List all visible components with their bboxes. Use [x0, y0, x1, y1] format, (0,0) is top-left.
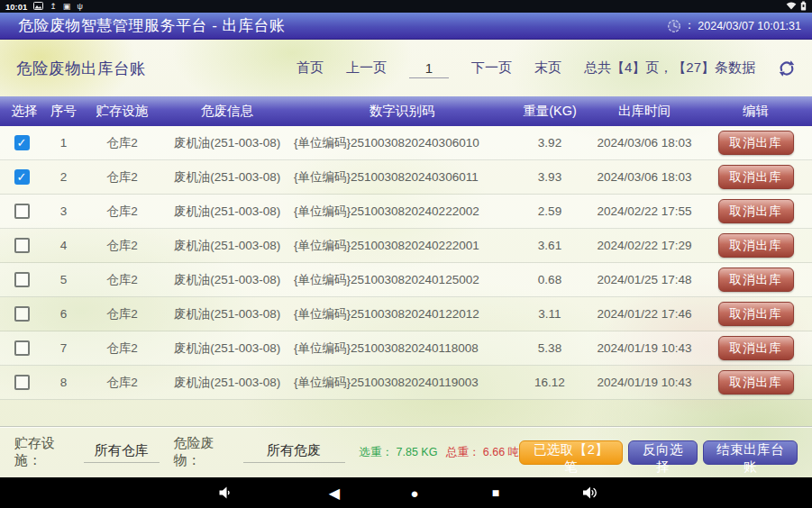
cell-facility: 仓库2 — [84, 375, 160, 391]
cell-weight: 3.93 — [510, 170, 589, 184]
table-row: 5 仓库2 废机油(251-003-08) {单位编码}251003082024… — [0, 263, 812, 297]
cell-seq: 2 — [43, 170, 84, 184]
cell-weight: 2.59 — [510, 204, 589, 218]
title-bar: 危险废物智慧管理服务平台 - 出库台账 ： 2024/03/07 10:01:3… — [0, 13, 812, 40]
row-checkbox[interactable] — [14, 204, 30, 219]
spacer — [0, 400, 812, 426]
cell-facility: 仓库2 — [84, 169, 160, 186]
first-page-link[interactable]: 首页 — [297, 59, 324, 77]
invert-selection-button[interactable]: 反向选择 — [628, 440, 698, 465]
wifi-icon — [786, 1, 797, 12]
cell-outbound-time: 2024/03/06 18:03 — [589, 136, 699, 150]
row-checkbox[interactable] — [14, 238, 30, 253]
cell-seq: 6 — [43, 307, 84, 321]
header-outbound-time: 出库时间 — [589, 103, 699, 120]
cancel-outbound-button[interactable]: 取消出库 — [718, 131, 794, 155]
header-facility: 贮存设施 — [84, 103, 160, 120]
prev-page-link[interactable]: 上一页 — [346, 59, 387, 77]
cell-digital-code: {单位编码}2510030820240306010 — [294, 135, 510, 151]
page-title: 危险废物出库台账 — [16, 58, 146, 79]
cancel-outbound-button[interactable]: 取消出库 — [718, 302, 794, 326]
row-checkbox[interactable] — [14, 135, 30, 150]
table-row: 6 仓库2 废机油(251-003-08) {单位编码}251003082024… — [0, 297, 812, 331]
cell-weight: 3.92 — [510, 136, 589, 150]
cancel-outbound-button[interactable]: 取消出库 — [718, 336, 794, 360]
row-checkbox[interactable] — [14, 169, 30, 185]
cell-facility: 仓库2 — [84, 272, 160, 288]
app-screen: 10:01 ↥ ▣ ψ 危险废物智慧管理服务平台 - 出库台账 ： 2024/0… — [0, 0, 812, 508]
selected-count-button[interactable]: 已选取【2】笔 — [519, 440, 623, 465]
header-waste-info: 危废信息 — [160, 103, 294, 120]
finish-outbound-ledger-button[interactable]: 结束出库台账 — [703, 440, 798, 465]
table-row: 4 仓库2 废机油(251-003-08) {单位编码}251003082024… — [0, 229, 812, 263]
cell-outbound-time: 2024/02/22 17:55 — [589, 204, 699, 218]
page-number-input[interactable] — [409, 59, 449, 78]
cell-seq: 8 — [43, 376, 84, 389]
back-icon[interactable]: ◀ — [329, 485, 340, 502]
total-weight-label: 总重： — [446, 446, 480, 458]
cell-waste-info: 废机油(251-003-08) — [160, 204, 294, 220]
cell-digital-code: {单位编码}2510030820240222002 — [294, 204, 510, 220]
cancel-outbound-button[interactable]: 取消出库 — [718, 233, 794, 258]
row-checkbox[interactable] — [14, 272, 30, 287]
header-digital-code: 数字识别码 — [294, 103, 510, 120]
cell-digital-code: {单位编码}2510030820240306011 — [294, 169, 510, 186]
cancel-outbound-button[interactable]: 取消出库 — [718, 268, 794, 292]
cell-weight: 3.11 — [510, 307, 589, 321]
cell-waste-info: 废机油(251-003-08) — [160, 375, 294, 391]
cell-seq: 3 — [43, 204, 84, 218]
pagination: 首页 上一页 下一页 末页 总共【4】页，【27】条数据 — [297, 59, 796, 78]
battery-icon — [800, 1, 807, 13]
cell-outbound-time: 2024/01/19 10:43 — [589, 376, 699, 389]
cell-facility: 仓库2 — [84, 238, 160, 254]
waste-filter-select[interactable]: 所有危废 — [243, 441, 345, 463]
toolbar: 危险废物出库台账 首页 上一页 下一页 末页 总共【4】页，【27】条数据 — [0, 40, 812, 96]
weight-summary: 选重： 7.85 KG 总重： 6.66 吨 — [360, 445, 520, 460]
datetime-value: 2024/03/07 10:01:31 — [698, 20, 801, 32]
table-row: 8 仓库2 废机油(251-003-08) {单位编码}251003082024… — [0, 366, 812, 400]
cell-digital-code: {单位编码}2510030820240125002 — [294, 272, 510, 288]
table-body: 1 仓库2 废机油(251-003-08) {单位编码}251003082024… — [0, 126, 812, 400]
cancel-outbound-button[interactable]: 取消出库 — [718, 165, 794, 189]
row-checkbox[interactable] — [14, 375, 30, 390]
footer-bar: 贮存设施： 所有仓库 危险废物： 所有危废 选重： 7.85 KG 总重： 6.… — [0, 426, 812, 477]
row-checkbox[interactable] — [14, 306, 30, 322]
cell-seq: 1 — [43, 136, 84, 150]
cell-waste-info: 废机油(251-003-08) — [160, 306, 294, 322]
facility-filter-select[interactable]: 所有仓库 — [84, 441, 159, 463]
cell-digital-code: {单位编码}2510030820240122012 — [294, 306, 510, 322]
recents-icon[interactable]: ■ — [492, 485, 499, 500]
cancel-outbound-button[interactable]: 取消出库 — [718, 370, 794, 395]
cancel-outbound-button[interactable]: 取消出库 — [718, 199, 794, 223]
row-checkbox[interactable] — [14, 340, 30, 356]
cell-weight: 16.12 — [510, 376, 589, 389]
cell-waste-info: 废机油(251-003-08) — [160, 340, 294, 357]
home-icon[interactable]: ● — [410, 485, 418, 501]
header-seq: 序号 — [43, 103, 84, 120]
header-select: 选择 — [0, 103, 43, 120]
next-page-link[interactable]: 下一页 — [471, 59, 512, 77]
cell-waste-info: 废机油(251-003-08) — [160, 169, 294, 186]
cell-weight: 5.38 — [510, 341, 589, 355]
cell-outbound-time: 2024/01/19 10:43 — [589, 341, 699, 355]
clock-time: 10:01 — [5, 2, 27, 12]
last-page-link[interactable]: 末页 — [534, 59, 561, 77]
refresh-icon[interactable] — [778, 59, 796, 77]
cell-outbound-time: 2024/01/22 17:46 — [589, 307, 699, 321]
app-title: 危险废物智慧管理服务平台 - 出库台账 — [11, 15, 286, 36]
table-row: 7 仓库2 废机油(251-003-08) {单位编码}251003082024… — [0, 331, 812, 366]
waste-filter-label: 危险废物： — [174, 435, 236, 469]
cell-outbound-time: 2024/02/22 17:29 — [589, 239, 699, 252]
cell-weight: 0.68 — [510, 273, 589, 286]
cell-facility: 仓库2 — [84, 340, 160, 357]
cell-facility: 仓库2 — [84, 306, 160, 322]
cell-facility: 仓库2 — [84, 204, 160, 220]
volume-up-icon[interactable] — [582, 485, 598, 500]
cell-outbound-time: 2024/03/06 18:03 — [589, 170, 699, 184]
android-nav-bar: ◀ ● ■ — [0, 477, 812, 508]
status-bar: 10:01 ↥ ▣ ψ — [0, 0, 812, 13]
selected-weight-label: 选重： — [360, 446, 394, 458]
volume-down-icon[interactable] — [218, 485, 233, 500]
cell-digital-code: {单位编码}2510030820240222001 — [294, 238, 510, 254]
cell-weight: 3.61 — [510, 239, 589, 252]
